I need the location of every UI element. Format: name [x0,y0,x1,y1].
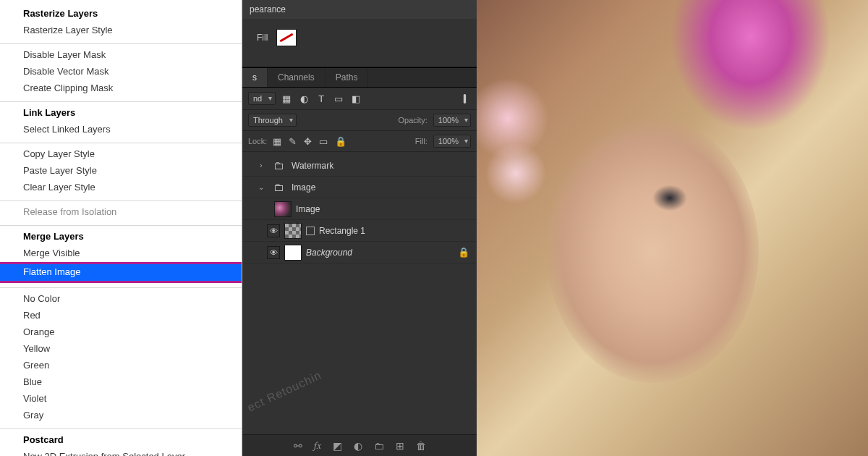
menu-item-create-clipping-mask[interactable]: Create Clipping Mask [0,80,242,97]
canvas-image[interactable] [477,0,868,456]
filter-pixel-icon[interactable]: ▦ [280,93,293,104]
layers-blend-row: Through Opacity: 100% [242,110,477,131]
menu-item-release-isolation: Release from Isolation [0,204,242,221]
layers-lock-row: Lock: ▦ ✎ ✥ ▭ 🔒 Fill: 100% [242,131,477,152]
lock-icon[interactable]: 🔒 [458,247,469,258]
layer-thumbnail[interactable] [284,223,302,239]
link-layers-icon[interactable]: ⚯ [294,440,302,452]
menu-item-3d-extrusion-layer[interactable]: New 3D Extrusion from Selected Layer [0,449,242,456]
filter-smart-icon[interactable]: ◧ [349,93,362,104]
lock-label: Lock: [248,137,267,145]
menu-item-postcard[interactable]: Postcard [0,432,242,449]
new-group-icon[interactable]: 🗀 [374,440,384,452]
layers-panel-tabs: s Channels Paths [242,67,477,88]
tab-paths[interactable]: Paths [326,68,369,87]
menu-item-color-orange[interactable]: Orange [0,324,242,341]
lock-all-icon[interactable]: 🔒 [335,136,346,147]
appearance-panel-title: pearance [242,0,477,19]
appearance-panel: pearance Fill [242,0,477,67]
menu-item-select-linked-layers[interactable]: Select Linked Layers [0,122,242,138]
menu-item-rasterize-layers[interactable]: Rasterize Layers [0,6,242,22]
lock-pixels-icon[interactable]: ✎ [289,136,297,147]
menu-item-link-layers[interactable]: Link Layers [0,105,242,122]
menu-item-color-green[interactable]: Green [0,358,242,374]
menu-item-merge-layers[interactable]: Merge Layers [0,229,242,245]
layer-fx-icon[interactable]: 𝑓𝑥 [314,439,321,452]
visibility-toggle-icon[interactable]: 👁 [267,246,280,259]
adjustment-layer-icon[interactable]: ◐ [354,440,362,452]
layers-filter-bar: nd ▦ ◐ T ▭ ◧ ⏽ [242,88,477,110]
filter-toggle-icon[interactable]: ⏽ [458,93,471,104]
layer-name[interactable]: Background [306,248,352,258]
lock-transparency-icon[interactable]: ▦ [273,136,281,147]
layer-context-menu: Rasterize Layers Rasterize Layer Style D… [0,0,242,456]
layer-name[interactable]: Image [296,204,320,214]
layer-row-background[interactable]: 👁 Background 🔒 [242,242,477,263]
menu-item-color-none[interactable]: No Color [0,291,242,308]
layer-row-image[interactable]: Image [242,198,477,220]
add-mask-icon[interactable]: ◩ [333,440,342,452]
fill-swatch[interactable] [276,29,297,46]
fill-value[interactable]: 100% [433,135,471,148]
menu-item-merge-visible[interactable]: Merge Visible [0,245,242,262]
menu-item-disable-layer-mask[interactable]: Disable Layer Mask [0,47,242,64]
opacity-value[interactable]: 100% [433,114,471,127]
disclosure-arrow-icon[interactable]: ⌄ [257,183,265,191]
layer-kind-select[interactable]: nd [248,92,276,105]
menu-item-disable-vector-mask[interactable]: Disable Vector Mask [0,64,242,80]
menu-item-color-blue[interactable]: Blue [0,374,242,391]
blend-mode-select[interactable]: Through [248,114,297,127]
folder-icon: 🗀 [270,180,287,195]
disclosure-arrow-icon[interactable]: › [257,161,265,169]
layer-thumbnail[interactable] [274,201,292,217]
layer-row-image-group[interactable]: ⌄ 🗀 Image [242,177,477,198]
layer-row-watermark[interactable]: › 🗀 Watermark [242,155,477,177]
menu-item-color-red[interactable]: Red [0,308,242,324]
layers-panel-footer: ⚯ 𝑓𝑥 ◩ ◐ 🗀 ⊞ 🗑 [242,434,477,456]
visibility-toggle-icon[interactable]: 👁 [267,224,280,237]
menu-item-color-yellow[interactable]: Yellow [0,341,242,358]
appearance-fill-label: Fill [257,33,268,43]
menu-item-flatten-image[interactable]: Flatten Image [0,262,242,283]
layer-row-rectangle[interactable]: 👁 Rectangle 1 [242,220,477,242]
layer-name[interactable]: Watermark [292,161,333,171]
layer-thumbnail[interactable] [284,245,302,261]
lock-artboard-icon[interactable]: ▭ [319,136,328,147]
tab-channels[interactable]: Channels [268,68,326,87]
lock-position-icon[interactable]: ✥ [304,136,312,147]
layer-name[interactable]: Rectangle 1 [319,226,365,236]
folder-icon: 🗀 [270,158,287,174]
filter-adjustment-icon[interactable]: ◐ [297,93,310,104]
layer-name[interactable]: Image [292,182,315,193]
menu-item-copy-layer-style[interactable]: Copy Layer Style [0,146,242,163]
filter-shape-icon[interactable]: ▭ [332,93,345,104]
layer-tree: › 🗀 Watermark ⌄ 🗀 Image Image 👁 Rectangl… [242,152,477,266]
fill-label: Fill: [415,137,427,145]
menu-item-color-violet[interactable]: Violet [0,391,242,408]
menu-item-paste-layer-style[interactable]: Paste Layer Style [0,163,242,180]
filter-type-icon[interactable]: T [315,93,328,104]
delete-layer-icon[interactable]: 🗑 [416,440,426,452]
shape-icon [306,227,315,235]
menu-item-color-gray[interactable]: Gray [0,408,242,424]
tab-layers[interactable]: s [242,68,268,87]
new-layer-icon[interactable]: ⊞ [396,440,404,452]
opacity-label: Opacity: [399,116,427,124]
menu-item-clear-layer-style[interactable]: Clear Layer Style [0,180,242,196]
menu-item-rasterize-layer-style[interactable]: Rasterize Layer Style [0,22,242,39]
